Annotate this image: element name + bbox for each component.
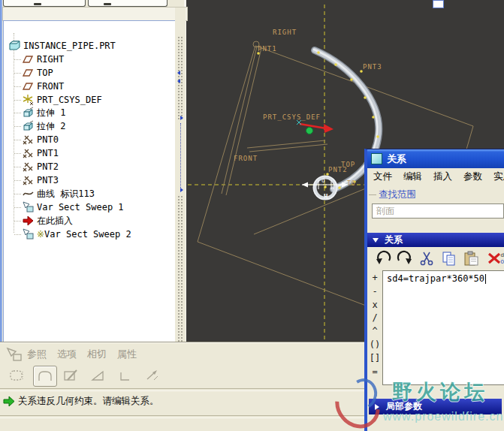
op-minus-button[interactable]: - bbox=[368, 286, 382, 298]
tree-item-label: PNT0 bbox=[37, 134, 59, 145]
tree-item-insert-here[interactable]: 在此插入 bbox=[14, 214, 73, 228]
toolbar-scroll-stub[interactable] bbox=[433, 0, 444, 8]
sketch-edit-button[interactable] bbox=[60, 366, 83, 385]
tree-item-label: PNT2 bbox=[37, 161, 59, 172]
datum-plane-icon bbox=[22, 53, 35, 65]
op-power-button[interactable]: ^ bbox=[368, 326, 382, 338]
op-plus-button[interactable]: + bbox=[368, 273, 382, 285]
sweep-feature-icon bbox=[6, 347, 24, 364]
csys-label[interactable]: PRT_CSYS_DEF bbox=[263, 113, 321, 121]
expand-right-icon[interactable] bbox=[180, 188, 183, 192]
extrude-icon bbox=[22, 107, 35, 119]
tree-item-extrude-2[interactable]: 拉伸 2 bbox=[14, 119, 65, 133]
sweep-icon bbox=[22, 201, 35, 213]
tab-references[interactable]: 参照 bbox=[27, 348, 47, 361]
tree-item-label: TOP bbox=[37, 68, 53, 78]
relation-editor[interactable]: sd4=trajpar*360*50 bbox=[382, 270, 504, 385]
tree-item-var-sect-sweep-2[interactable]: ※ Var Sect Sweep 2 bbox=[14, 228, 131, 241]
section-surface-button[interactable] bbox=[33, 366, 57, 387]
point-label-pnt1[interactable]: PNT1 bbox=[258, 45, 277, 53]
datum-plane-icon bbox=[22, 67, 35, 79]
tree-item-label: PRT_CSYS_DEF bbox=[37, 95, 102, 105]
relations-dialog: 关系 文件 编辑 插入 参数 实用工具 查找范围 剖面 关系 bbox=[364, 149, 504, 431]
tab-tangency[interactable]: 相切 bbox=[87, 348, 107, 361]
menu-edit[interactable]: 编辑 bbox=[403, 170, 422, 183]
tree-item-label: 拉伸 1 bbox=[37, 107, 65, 119]
undo-icon[interactable] bbox=[373, 249, 393, 268]
tab-properties[interactable]: 属性 bbox=[117, 348, 137, 361]
tree-item-curve[interactable]: 曲线 标识113 bbox=[14, 187, 95, 200]
dim-text-d[interactable]: d bbox=[321, 177, 326, 184]
tab-options[interactable]: 选项 bbox=[57, 348, 77, 361]
relation-expression[interactable]: sd4=trajpar*360*50 bbox=[387, 273, 484, 284]
panel-splitter[interactable] bbox=[175, 8, 186, 342]
text-caret bbox=[485, 274, 486, 284]
op-equals-button[interactable]: = bbox=[368, 366, 382, 378]
tree-item-label: 在此插入 bbox=[37, 215, 73, 228]
tree-item-csys[interactable]: PRT_CSYS_DEF bbox=[14, 93, 102, 107]
divider bbox=[0, 415, 365, 418]
top-toolbar-button-2[interactable] bbox=[88, 0, 167, 7]
switch-dimensions-icon[interactable]: d1↕ 0.0 bbox=[498, 249, 504, 268]
dialog-icon bbox=[371, 153, 382, 164]
tree-item-label: PNT3 bbox=[37, 175, 59, 185]
local-parameters-label: 局部参数 bbox=[386, 400, 422, 413]
datum-label-right[interactable]: RIGHT bbox=[273, 29, 297, 36]
point-label-pnt3[interactable]: PNT3 bbox=[363, 63, 382, 71]
scope-combobox[interactable]: 剖面 bbox=[372, 203, 504, 219]
datum-point-icon bbox=[22, 161, 35, 173]
tree-item-label: INSTANCE_PIPE.PRT bbox=[23, 41, 116, 51]
tree-item-var-sect-sweep-1[interactable]: Var Sect Sweep 1 bbox=[14, 200, 124, 214]
splitter-grip[interactable] bbox=[177, 36, 183, 120]
datum-point-icon bbox=[22, 174, 35, 186]
tree-item-front[interactable]: FRONT bbox=[14, 80, 64, 93]
tree-item-pnt2[interactable]: PNT2 bbox=[14, 160, 59, 173]
tree-item-label: RIGHT bbox=[37, 54, 64, 65]
menu-parameters[interactable]: 参数 bbox=[463, 170, 482, 183]
splitter-grip[interactable] bbox=[177, 195, 183, 342]
copy-icon[interactable] bbox=[439, 249, 459, 268]
dialog-titlebar[interactable]: 关系 bbox=[367, 149, 504, 168]
tree-item-top[interactable]: TOP bbox=[14, 66, 53, 80]
divider bbox=[0, 388, 365, 391]
section-solid-button[interactable] bbox=[6, 366, 29, 385]
collapse-left-icon[interactable] bbox=[177, 79, 180, 83]
menu-insert[interactable]: 插入 bbox=[433, 170, 452, 183]
paste-icon[interactable] bbox=[462, 249, 481, 268]
dialog-menubar: 文件 编辑 插入 参数 实用工具 bbox=[367, 168, 504, 185]
dim-text-h[interactable]: H bbox=[324, 193, 328, 200]
menu-utilities[interactable]: 实用工具 bbox=[493, 170, 504, 183]
tree-item-pnt1[interactable]: PNT1 bbox=[14, 146, 59, 160]
menu-file[interactable]: 文件 bbox=[373, 170, 392, 183]
sweep-icon bbox=[22, 228, 35, 240]
cut-icon[interactable] bbox=[417, 249, 436, 268]
direction-button[interactable] bbox=[141, 366, 164, 385]
tree-item-part-root[interactable]: INSTANCE_PIPE.PRT bbox=[8, 39, 116, 53]
op-parens-button[interactable]: () bbox=[368, 339, 382, 351]
insert-here-icon bbox=[22, 215, 35, 227]
op-multiply-button[interactable]: x bbox=[368, 300, 382, 312]
remove-material-button[interactable] bbox=[87, 366, 110, 385]
datum-label-to: TO bbox=[347, 180, 356, 187]
button-icon-fragment bbox=[104, 3, 111, 5]
point-label-pnt2[interactable]: PNT2 bbox=[328, 166, 348, 173]
tree-item-pnt3[interactable]: PNT3 bbox=[14, 173, 59, 187]
redo-icon[interactable] bbox=[395, 249, 415, 268]
tree-item-pnt0[interactable]: PNT0 bbox=[14, 133, 59, 146]
sweep-dashboard: 参照 选项 相切 属性 关系违反几何约束。请编辑关系。 bbox=[0, 342, 365, 431]
op-divide-button[interactable]: / bbox=[368, 312, 382, 324]
local-parameters-header[interactable]: 局部参数 bbox=[369, 399, 502, 414]
expand-right-icon[interactable] bbox=[180, 116, 183, 120]
tree-item-right[interactable]: RIGHT bbox=[14, 53, 64, 66]
csys-triad[interactable] bbox=[297, 120, 333, 134]
status-message: 关系违反几何约束。请编辑关系。 bbox=[18, 395, 159, 408]
thicken-button[interactable] bbox=[114, 366, 137, 385]
tree-item-label: PNT1 bbox=[37, 148, 59, 158]
op-brackets-button[interactable]: [] bbox=[368, 353, 382, 365]
app-window: INSTANCE_PIPE.PRT RIGHT TOP FRONT PRT_CS… bbox=[0, 0, 504, 431]
relations-section-header[interactable]: 关系 bbox=[367, 233, 504, 247]
tree-item-extrude-1[interactable]: 拉伸 1 bbox=[14, 106, 65, 119]
top-toolbar-button-1[interactable] bbox=[3, 0, 86, 7]
collapse-left-icon[interactable] bbox=[177, 71, 180, 75]
datum-label-front[interactable]: FRONT bbox=[234, 155, 258, 162]
